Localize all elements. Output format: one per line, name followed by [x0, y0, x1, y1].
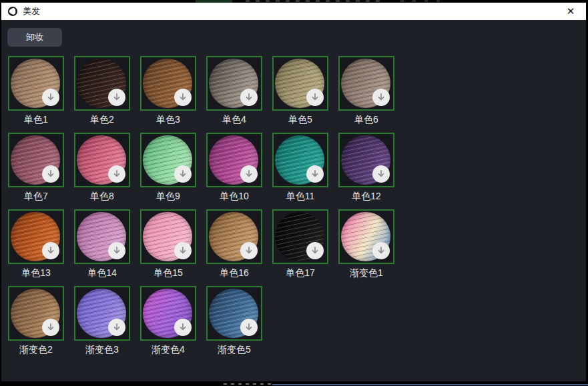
download-icon[interactable] [174, 319, 192, 336]
download-icon[interactable] [306, 165, 324, 183]
swatch-cell: 单色1 [8, 56, 64, 126]
swatch-tile[interactable] [206, 133, 262, 187]
swatch-cell: 单色2 [74, 56, 130, 126]
swatch-label: 单色1 [8, 114, 64, 126]
swatch-grid: 单色1 单色2 单色3 [8, 56, 412, 363]
swatch-label: 单色12 [338, 191, 394, 203]
swatch-tile[interactable] [338, 209, 394, 264]
swatch-cell: 单色9 [140, 133, 196, 203]
swatch-label: 单色13 [8, 267, 64, 279]
title-bar: 美发 ✕ [1, 3, 586, 20]
swatch-cell: 单色13 [8, 209, 64, 279]
swatch-tile[interactable] [206, 209, 262, 264]
download-icon[interactable] [42, 165, 59, 183]
swatch-tile[interactable] [206, 56, 262, 111]
swatch-label: 渐变色3 [74, 344, 130, 356]
download-icon[interactable] [372, 89, 390, 106]
swatch-tile[interactable] [140, 133, 196, 187]
swatch-label: 单色14 [74, 267, 130, 279]
swatch-tile[interactable] [74, 56, 130, 111]
swatch-label: 单色16 [206, 267, 262, 279]
obs-logo-icon [7, 6, 18, 17]
download-icon[interactable] [372, 242, 390, 259]
swatch-cell: 单色16 [206, 209, 262, 279]
download-icon[interactable] [240, 89, 258, 106]
swatch-cell: 单色17 [272, 209, 328, 279]
swatch-tile[interactable] [140, 209, 196, 264]
swatch-label: 单色11 [272, 191, 328, 203]
swatch-tile[interactable] [272, 56, 328, 111]
swatch-cell: 单色4 [206, 56, 262, 126]
swatch-tile[interactable] [206, 286, 262, 341]
download-icon[interactable] [42, 89, 59, 106]
swatch-cell: 单色6 [338, 56, 394, 126]
swatch-cell: 单色3 [140, 56, 196, 126]
swatch-cell: 渐变色4 [140, 286, 196, 356]
swatch-label: 单色9 [140, 191, 196, 203]
download-icon[interactable] [306, 89, 324, 106]
swatch-label: 渐变色5 [206, 344, 262, 356]
swatch-tile[interactable] [8, 56, 64, 111]
background-window-artifact [246, 0, 386, 2]
swatch-tile[interactable] [74, 133, 130, 187]
bottom-border-strip [0, 381, 588, 386]
dialog-window: 美发 ✕ 卸妆 单色1 单色2 [0, 0, 588, 386]
swatch-label: 单色7 [8, 191, 64, 203]
download-icon[interactable] [108, 319, 125, 336]
swatch-tile[interactable] [74, 286, 130, 341]
swatch-tile[interactable] [272, 209, 328, 264]
swatch-label: 单色5 [272, 114, 328, 126]
download-icon[interactable] [174, 165, 192, 183]
swatch-label: 单色3 [140, 114, 196, 126]
swatch-cell: 单色10 [206, 133, 262, 203]
swatch-label: 单色2 [74, 114, 130, 126]
remove-makeup-button[interactable]: 卸妆 [7, 28, 62, 47]
download-icon[interactable] [306, 242, 324, 259]
background-window-artifact [272, 384, 588, 385]
swatch-label: 单色8 [74, 191, 130, 203]
swatch-label: 单色17 [272, 267, 328, 279]
download-icon[interactable] [174, 89, 192, 106]
swatch-label: 单色10 [206, 191, 262, 203]
swatch-label: 渐变色4 [140, 344, 196, 356]
download-icon[interactable] [108, 165, 125, 183]
swatch-cell: 渐变色1 [338, 209, 394, 279]
swatch-cell: 渐变色2 [8, 286, 64, 356]
swatch-cell: 单色12 [338, 133, 394, 203]
window-title: 美发 [23, 5, 40, 17]
download-icon[interactable] [42, 319, 59, 336]
close-icon[interactable]: ✕ [563, 4, 578, 19]
swatch-label: 渐变色1 [338, 267, 394, 279]
swatch-label: 单色4 [206, 114, 262, 126]
download-icon[interactable] [108, 89, 125, 106]
swatch-label: 渐变色2 [8, 344, 64, 356]
swatch-cell: 渐变色3 [74, 286, 130, 356]
swatch-tile[interactable] [338, 133, 394, 187]
swatch-label: 单色6 [338, 114, 394, 126]
download-icon[interactable] [240, 165, 258, 183]
swatch-tile[interactable] [8, 133, 64, 187]
background-window-artifact [224, 383, 272, 385]
swatch-cell: 单色15 [140, 209, 196, 279]
download-icon[interactable] [240, 242, 258, 259]
swatch-tile[interactable] [140, 286, 196, 341]
swatch-cell: 单色7 [8, 133, 64, 203]
swatch-tile[interactable] [338, 56, 394, 111]
swatch-cell: 单色14 [74, 209, 130, 279]
swatch-label: 单色15 [140, 267, 196, 279]
download-icon[interactable] [108, 242, 125, 259]
swatch-tile[interactable] [8, 286, 64, 341]
download-icon[interactable] [174, 242, 192, 259]
background-window-artifact [400, 0, 447, 2]
swatch-tile[interactable] [272, 133, 328, 187]
download-icon[interactable] [372, 165, 390, 183]
dialog-body: 卸妆 单色1 单色2 [1, 20, 586, 381]
download-icon[interactable] [42, 242, 59, 259]
swatch-tile[interactable] [74, 209, 130, 264]
swatch-cell: 单色11 [272, 133, 328, 203]
swatch-cell: 单色5 [272, 56, 328, 126]
download-icon[interactable] [240, 319, 258, 336]
swatch-tile[interactable] [8, 209, 64, 264]
swatch-cell: 单色8 [74, 133, 130, 203]
swatch-tile[interactable] [140, 56, 196, 111]
